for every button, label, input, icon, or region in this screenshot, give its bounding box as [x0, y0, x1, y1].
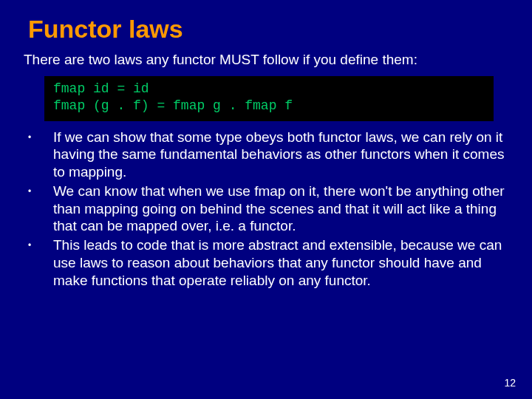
- list-item: • We can know that when we use fmap on i…: [25, 183, 507, 235]
- slide: Functor laws There are two laws any func…: [0, 0, 532, 399]
- bullet-icon: •: [25, 236, 53, 254]
- list-item: • If we can show that some type obeys bo…: [25, 129, 507, 181]
- list-item: • This leads to code that is more abstra…: [25, 236, 507, 289]
- bullet-list: • If we can show that some type obeys bo…: [25, 129, 507, 290]
- intro-text: There are two laws any functor MUST foll…: [24, 51, 510, 69]
- bullet-icon: •: [25, 183, 53, 200]
- code-block: fmap id = id fmap (g . f) = fmap g . fma…: [44, 76, 494, 121]
- bullet-text: This leads to code that is more abstract…: [53, 236, 507, 289]
- bullet-text: We can know that when we use fmap on it,…: [53, 183, 507, 235]
- bullet-icon: •: [25, 129, 53, 146]
- page-number: 12: [504, 377, 516, 389]
- bullet-text: If we can show that some type obeys both…: [53, 129, 507, 181]
- slide-title: Functor laws: [28, 15, 510, 44]
